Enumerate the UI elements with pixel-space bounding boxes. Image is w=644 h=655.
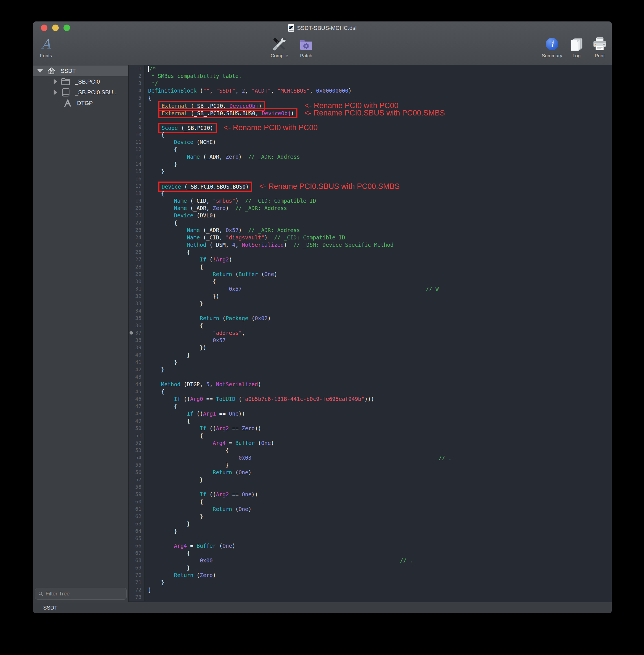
- code-line[interactable]: 33 }: [129, 300, 612, 307]
- code-line[interactable]: 24 Name (_CID, "diagsvault") // _CID: Co…: [129, 234, 612, 241]
- code-line[interactable]: 66 Arg4 = Buffer (One): [129, 542, 612, 549]
- code-line[interactable]: 48 If ((Arg1 == One)): [129, 410, 612, 417]
- document-proxy-icon[interactable]: [288, 24, 294, 31]
- code-line[interactable]: 31 0x57 // W: [129, 285, 612, 293]
- code-line[interactable]: 64 }: [129, 527, 612, 535]
- code-line[interactable]: 70 Return (Zero): [129, 571, 612, 579]
- code-line[interactable]: 51 {: [129, 432, 612, 439]
- code-line[interactable]: 45 {: [129, 388, 612, 395]
- code-line[interactable]: 2 * SMBus compatibility table.: [129, 72, 612, 80]
- code-line[interactable]: 13 Name (_ADR, Zero) // _ADR: Address: [129, 153, 612, 160]
- printer-icon: [592, 37, 607, 51]
- code-line[interactable]: 27 If (!Arg2): [129, 256, 612, 263]
- code-line[interactable]: 46 If ((Arg0 == ToUUID ("a0b5b7c6-1318-4…: [129, 395, 612, 403]
- code-line[interactable]: 60 {: [129, 498, 612, 505]
- code-line[interactable]: 57 }: [129, 476, 612, 483]
- code-line[interactable]: 53 {: [129, 447, 612, 454]
- disclosure-triangle[interactable]: [37, 69, 43, 73]
- code-line[interactable]: 39 }): [129, 344, 612, 351]
- code-line[interactable]: 37 "address",: [129, 329, 612, 337]
- code-line[interactable]: 73: [129, 593, 612, 601]
- code-line[interactable]: 26 {: [129, 248, 612, 256]
- tree-item-sb-pci0[interactable]: _SB.PCI0: [33, 76, 128, 87]
- code-line[interactable]: 54 0x03 // .: [129, 454, 612, 461]
- disclosure-triangle[interactable]: [54, 79, 57, 85]
- code-line[interactable]: 4DefinitionBlock ("", "SSDT", 2, "ACDT",…: [129, 87, 612, 94]
- filter-tree-input[interactable]: [45, 591, 123, 597]
- code-line[interactable]: 68 0x00 // .: [129, 557, 612, 564]
- code-line[interactable]: 38 0x57: [129, 337, 612, 344]
- code-text: {: [144, 278, 612, 285]
- code-line[interactable]: 36 {: [129, 322, 612, 329]
- code-line[interactable]: 30 {: [129, 278, 612, 285]
- code-line[interactable]: 72}: [129, 586, 612, 593]
- line-number: 54: [129, 454, 144, 461]
- code-line[interactable]: 34: [129, 307, 612, 315]
- summary-button[interactable]: i Summary: [537, 37, 567, 59]
- log-button[interactable]: Log: [568, 37, 585, 59]
- code-line[interactable]: 18 {: [129, 190, 612, 197]
- code-line[interactable]: 29 Return (Buffer (One): [129, 270, 612, 278]
- code-line[interactable]: 10 {: [129, 131, 612, 138]
- code-text: }: [144, 366, 612, 373]
- code-line[interactable]: 35 Return (Package (0x02): [129, 315, 612, 322]
- code-line[interactable]: 44 Method (DTGP, 5, NotSerialized): [129, 381, 612, 388]
- code-line[interactable]: 1/*: [129, 65, 612, 72]
- print-button[interactable]: Print: [590, 37, 609, 59]
- code-line[interactable]: 63 }: [129, 520, 612, 527]
- code-line[interactable]: 17 Device (_SB.PCI0.SBUS.BUS0)<- Rename …: [129, 182, 612, 190]
- code-line[interactable]: 21 Device (DVL0): [129, 212, 612, 219]
- code-line[interactable]: 11 Device (MCHC): [129, 138, 612, 146]
- patch-button[interactable]: Patch: [299, 37, 314, 59]
- code-line[interactable]: 19 Name (_CID, "smbus") // _CID: Compati…: [129, 197, 612, 204]
- compile-button[interactable]: Compile: [271, 37, 288, 59]
- code-line[interactable]: 61 Return (One): [129, 505, 612, 513]
- code-line[interactable]: 59 If ((Arg2 == One)): [129, 491, 612, 498]
- code-line[interactable]: 69 }: [129, 564, 612, 571]
- line-number: 41: [129, 359, 144, 366]
- code-line[interactable]: 50 If ((Arg2 == Zero)): [129, 425, 612, 432]
- code-line[interactable]: 56 Return (One): [129, 469, 612, 476]
- line-number: 72: [129, 586, 144, 593]
- code-line[interactable]: 23 Name (_ADR, 0x57) // _ADR: Address: [129, 226, 612, 234]
- tree-item-ssdt[interactable]: SSDT: [33, 66, 128, 76]
- code-line[interactable]: 3 */: [129, 80, 612, 87]
- fonts-button[interactable]: A Fonts: [39, 37, 53, 59]
- code-line[interactable]: 71 }: [129, 579, 612, 586]
- code-line[interactable]: 43: [129, 373, 612, 381]
- code-text: }: [144, 513, 612, 520]
- code-line[interactable]: 55 }: [129, 461, 612, 469]
- code-text: [144, 483, 612, 491]
- code-line[interactable]: 67 {: [129, 549, 612, 557]
- code-line[interactable]: 40 }: [129, 351, 612, 359]
- code-line[interactable]: 62 }: [129, 513, 612, 520]
- fonts-icon: A: [39, 37, 53, 51]
- code-text: If ((Arg1 == One)): [144, 410, 612, 417]
- code-line[interactable]: 49 {: [129, 417, 612, 425]
- code-line[interactable]: 22 {: [129, 219, 612, 226]
- code-line[interactable]: 32 }): [129, 293, 612, 300]
- code-line[interactable]: 52 Arg4 = Buffer (One): [129, 439, 612, 447]
- code-text: Scope (_SB.PCI0)<- Rename PCI0 with PC00: [144, 124, 612, 131]
- tree-item-sb-pci0-sbu[interactable]: _SB.PCI0.SBU...: [33, 87, 128, 98]
- patch-label: Patch: [300, 53, 312, 59]
- code-line[interactable]: 7 External (_SB_.PCI0.SBUS.BUS0, DeviceO…: [129, 109, 612, 116]
- code-line[interactable]: 9 Scope (_SB.PCI0)<- Rename PCI0 with PC…: [129, 124, 612, 131]
- code-line[interactable]: 25 Method (_DSM, 4, NotSerialized) // _D…: [129, 241, 612, 248]
- code-line[interactable]: 47 {: [129, 403, 612, 410]
- code-line[interactable]: 12 {: [129, 146, 612, 153]
- code-line[interactable]: 28 {: [129, 263, 612, 270]
- code-line[interactable]: 42 }: [129, 366, 612, 373]
- code-text: }: [144, 300, 612, 307]
- code-line[interactable]: 14 }: [129, 160, 612, 168]
- code-line[interactable]: 58: [129, 483, 612, 491]
- disclosure-triangle[interactable]: [54, 90, 57, 95]
- code-editor[interactable]: 1/*2 * SMBus compatibility table.3 */4De…: [129, 65, 612, 602]
- code-line[interactable]: 20 Name (_ADR, Zero) // _ADR: Address: [129, 204, 612, 212]
- code-line[interactable]: 41 }: [129, 359, 612, 366]
- code-text: }: [144, 359, 612, 366]
- line-number: 48: [129, 410, 144, 417]
- code-line[interactable]: 15 }: [129, 168, 612, 175]
- tree-item-dtgp[interactable]: DTGP: [33, 98, 128, 108]
- code-line[interactable]: 65: [129, 535, 612, 542]
